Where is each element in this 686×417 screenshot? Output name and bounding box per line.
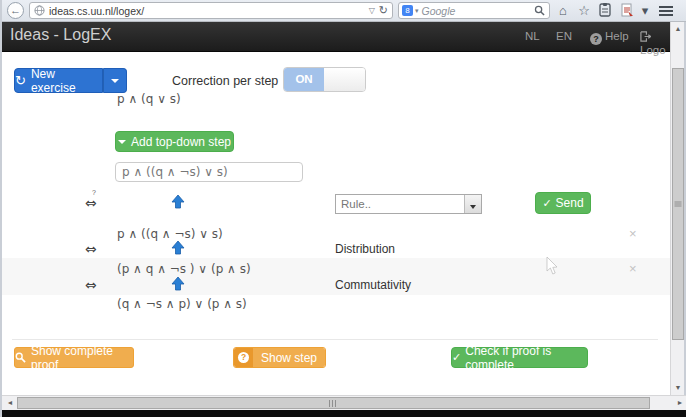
question-icon: ? [234,348,253,367]
chevron-down-icon [470,205,476,209]
addon-caret-icon[interactable]: ▾ [640,3,650,19]
search-icon[interactable] [534,5,545,16]
bookmarks-panel-icon[interactable] [597,3,613,19]
new-exercise-dropdown[interactable] [103,68,127,93]
correction-toggle[interactable]: ON [283,67,366,92]
horizontal-scrollbar-thumb[interactable] [17,397,650,409]
show-step-button[interactable]: ? Show step [233,347,326,368]
bookmark-star-icon[interactable]: ☆ [576,3,592,19]
menu-icon[interactable] [659,4,673,18]
nav-logout-label: Logo [640,44,666,56]
scroll-up-icon[interactable]: ▲ [671,22,685,36]
nav-lang-nl[interactable]: NL [525,30,540,42]
back-button[interactable]: ← [7,2,24,19]
scrollbar-grip [328,400,337,407]
horizontal-scrollbar[interactable]: ◄ ► [2,395,686,410]
direction-up-icon[interactable] [170,240,186,260]
chevron-down-icon [118,140,126,144]
scroll-right-icon[interactable]: ► [673,396,686,410]
close-icon[interactable]: × [629,226,637,241]
browser-window: ← ideas.cs.uu.nl/logex/ ▽ ↻ 8 ▾ Google ⌂… [0,0,686,417]
search-engine-icon[interactable]: 8 [402,5,413,16]
nav-help[interactable]: ?Help [590,30,629,45]
nav-lang-en[interactable]: EN [556,30,572,42]
equivalence-icon: ⇔ [85,195,97,211]
footer-divider [12,339,658,340]
step-formula: (q ∧ ¬s ∧ p) ∨ (p ∧ s) [117,297,247,311]
refresh-icon: ↻ [15,73,26,88]
url-text[interactable]: ideas.cs.uu.nl/logex/ [49,5,369,17]
check-icon: ✓ [542,197,551,210]
start-formula: p ∧ (q ∨ s) [117,92,181,106]
rule-select-value: Rule.. [336,198,464,210]
url-bar[interactable]: ideas.cs.uu.nl/logex/ ▽ ↻ [29,2,393,19]
step-formula: (p ∧ q ∧ ¬s ) ∨ (p ∧ s) [117,262,251,276]
step-formula: p ∧ ((q ∧ ¬s) ∨ s) [117,227,223,241]
magnifier-icon [15,352,26,363]
nav-logout[interactable]: Logo [640,30,670,56]
show-proof-label: Show complete proof [31,344,133,372]
url-dropdown-icon[interactable]: ▽ [369,6,375,15]
add-step-label: Add top-down step [131,135,231,149]
scrollbar-grip [675,201,682,208]
window-bottom-edge [2,410,686,417]
correction-per-step-label: Correction per step [172,74,278,88]
reload-icon[interactable]: ↻ [379,4,388,17]
rule-select[interactable]: Rule.. [335,194,482,214]
toggle-off-segment[interactable] [324,68,365,91]
toggle-on-segment[interactable]: ON [284,68,324,91]
search-box[interactable]: 8 ▾ Google [398,2,550,19]
home-icon[interactable]: ⌂ [555,3,571,19]
check-proof-label: Check if proof is complete [465,344,587,372]
show-complete-proof-button[interactable]: Show complete proof [14,347,134,368]
vertical-scrollbar[interactable]: ▲ ▼ [670,22,684,395]
check-proof-button[interactable]: ✓ Check if proof is complete [451,347,588,368]
new-exercise-button[interactable]: ↻ New exercise [14,68,103,93]
step-formula-input[interactable] [115,162,303,182]
scroll-left-icon[interactable]: ◄ [3,396,17,410]
send-label: Send [556,196,584,210]
add-top-down-step-button[interactable]: Add top-down step [115,131,234,152]
site-brand[interactable]: Ideas - LogEX [10,26,111,44]
pdf-addon-icon[interactable] [618,3,636,19]
nav-help-label: Help [605,30,629,42]
direction-up-icon[interactable] [170,276,186,296]
scroll-down-icon[interactable]: ▼ [671,381,685,395]
equivalence-question-mark: ? [92,189,96,196]
equivalence-icon: ⇔ [85,277,97,293]
close-icon[interactable]: × [629,261,637,276]
chevron-down-icon [111,79,119,83]
send-button[interactable]: ✓ Send [535,192,591,214]
search-engine-caret-icon[interactable]: ▾ [415,7,419,15]
step-rule-name: Commutativity [335,278,411,292]
help-icon: ? [590,33,602,45]
site-navbar: Ideas - LogEX NL EN ?Help Logo [2,22,670,52]
show-step-label: Show step [253,348,325,367]
direction-up-icon[interactable] [170,194,186,214]
step-rule-name: Distribution [335,242,395,256]
logout-icon [640,31,651,44]
rule-select-dropdown-button[interactable] [464,195,481,213]
browser-toolbar: ← ideas.cs.uu.nl/logex/ ▽ ↻ 8 ▾ Google ⌂… [2,0,686,22]
globe-icon [34,2,45,20]
new-exercise-label: New exercise [31,67,102,95]
equivalence-icon: ⇔ [85,241,97,257]
check-icon: ✓ [452,351,461,364]
search-placeholder[interactable]: Google [422,5,534,17]
mouse-cursor [546,257,558,279]
vertical-scrollbar-thumb[interactable] [672,68,684,340]
